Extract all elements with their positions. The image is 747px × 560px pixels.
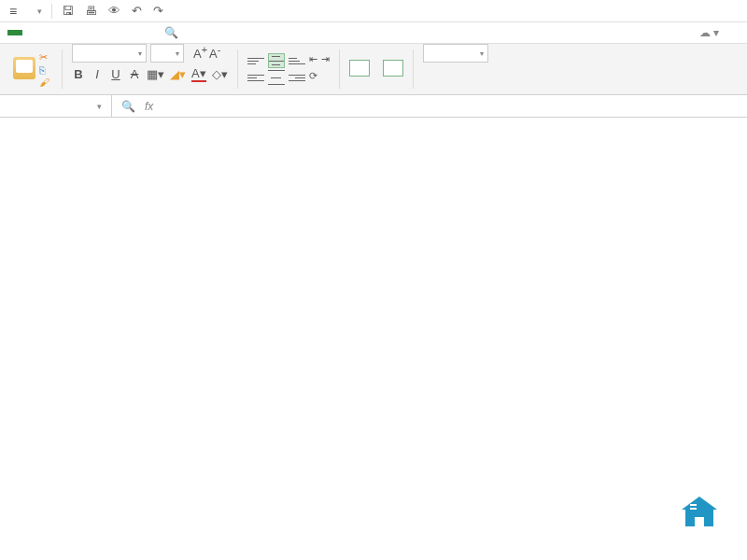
svg-rect-1 bbox=[690, 508, 697, 510]
divider bbox=[62, 49, 63, 89]
fx-icon[interactable]: fx bbox=[145, 100, 153, 113]
chevron-down-icon: ▾ bbox=[480, 49, 484, 58]
ribbon-tabs: 🔍 ☁ ▾ bbox=[0, 22, 747, 43]
divider bbox=[339, 49, 340, 89]
search-box[interactable]: 🔍 bbox=[164, 26, 180, 39]
indent-increase-button[interactable]: ⇥ bbox=[321, 53, 330, 68]
svg-rect-0 bbox=[690, 504, 697, 506]
copy-icon: ⎘ bbox=[39, 64, 46, 76]
divider bbox=[51, 4, 52, 19]
tab-view[interactable] bbox=[97, 30, 112, 35]
chevron-down-icon: ▾ bbox=[138, 49, 142, 58]
name-box[interactable]: ▾ bbox=[0, 95, 112, 117]
tab-review[interactable] bbox=[82, 30, 97, 35]
cloud-sync-icon[interactable]: ☁ ▾ bbox=[699, 26, 719, 39]
merge-group bbox=[344, 44, 375, 94]
watermark bbox=[678, 495, 728, 532]
tab-developer[interactable] bbox=[127, 30, 142, 35]
menubar: ≡ ▾ 🖫 🖶 👁 ↶ ↷ bbox=[0, 0, 747, 22]
strikethrough-button[interactable]: A bbox=[128, 67, 141, 81]
wrap-text-button[interactable] bbox=[383, 60, 403, 78]
copy-button[interactable]: ⎘ bbox=[39, 64, 52, 76]
tab-page-layout[interactable] bbox=[37, 30, 52, 35]
number-group: ▾ bbox=[417, 44, 503, 94]
tab-data[interactable] bbox=[67, 30, 82, 35]
ribbon: ✂ ⎘ 🖌 ▾ ▾ A+ A- B I U A ▦▾ ◢▾ A▾ ◇▾ bbox=[0, 43, 747, 95]
align-bottom-button[interactable] bbox=[289, 53, 305, 68]
indent-decrease-button[interactable]: ⇤ bbox=[309, 53, 317, 68]
border-button[interactable]: ▦▾ bbox=[147, 67, 164, 81]
number-format-combo[interactable]: ▾ bbox=[423, 44, 488, 63]
align-middle-button[interactable] bbox=[268, 53, 285, 68]
tab-special[interactable] bbox=[142, 30, 157, 35]
tab-home[interactable] bbox=[7, 30, 22, 35]
font-name-combo[interactable]: ▾ bbox=[72, 44, 147, 63]
fx-search-icon[interactable]: 🔍 bbox=[121, 100, 135, 113]
wrap-icon bbox=[383, 60, 403, 77]
orientation-button[interactable]: ⟳ bbox=[309, 70, 317, 85]
tab-insert[interactable] bbox=[22, 30, 37, 35]
clear-format-button[interactable]: ◇▾ bbox=[212, 67, 228, 81]
fill-color-button[interactable]: ◢▾ bbox=[170, 67, 186, 81]
font-size-combo[interactable]: ▾ bbox=[150, 44, 184, 63]
align-left-button[interactable] bbox=[247, 70, 264, 85]
chevron-down-icon: ▾ bbox=[176, 49, 179, 58]
merge-icon bbox=[349, 60, 370, 77]
formula-bar: ▾ 🔍 fx bbox=[0, 95, 747, 118]
cut-icon: ✂ bbox=[39, 51, 48, 63]
wrap-group bbox=[377, 44, 409, 94]
paste-icon bbox=[13, 57, 35, 79]
print-icon[interactable]: 🖶 bbox=[79, 4, 103, 18]
format-painter-button[interactable]: 🖌 bbox=[39, 77, 52, 88]
tab-formulas[interactable] bbox=[52, 30, 67, 35]
align-top-button[interactable] bbox=[247, 53, 264, 68]
redo-icon[interactable]: ↷ bbox=[148, 4, 169, 18]
alignment-group: ⇤ ⇥ ⟳ bbox=[242, 44, 335, 94]
divider bbox=[237, 49, 238, 89]
chevron-down-icon[interactable]: ▾ bbox=[37, 7, 42, 16]
app-menu-icon[interactable]: ≡ bbox=[4, 4, 22, 19]
font-color-button[interactable]: A▾ bbox=[191, 66, 206, 82]
underline-button[interactable]: U bbox=[109, 67, 122, 81]
clipboard-group: ✂ ⎘ 🖌 bbox=[7, 44, 58, 94]
font-group: ▾ ▾ A+ A- B I U A ▦▾ ◢▾ A▾ ◇▾ bbox=[66, 44, 233, 94]
italic-button[interactable]: I bbox=[91, 67, 104, 81]
save-icon[interactable]: 🖫 bbox=[56, 4, 79, 18]
paste-button[interactable] bbox=[13, 57, 35, 81]
chevron-down-icon: ▾ bbox=[97, 102, 102, 111]
bold-button[interactable]: B bbox=[72, 67, 85, 81]
undo-icon[interactable]: ↶ bbox=[126, 4, 148, 18]
tab-security[interactable] bbox=[112, 30, 127, 35]
watermark-logo-icon bbox=[678, 495, 721, 532]
increase-font-icon[interactable]: A+ bbox=[193, 44, 207, 63]
align-right-button[interactable] bbox=[289, 70, 305, 85]
cut-button[interactable]: ✂ bbox=[39, 51, 52, 63]
preview-icon[interactable]: 👁 bbox=[103, 4, 126, 18]
decrease-font-icon[interactable]: A- bbox=[209, 44, 220, 63]
merge-center-button[interactable] bbox=[349, 60, 370, 78]
align-center-button[interactable] bbox=[268, 70, 285, 85]
brush-icon: 🖌 bbox=[39, 77, 49, 88]
divider bbox=[413, 49, 414, 89]
search-icon: 🔍 bbox=[164, 26, 178, 39]
